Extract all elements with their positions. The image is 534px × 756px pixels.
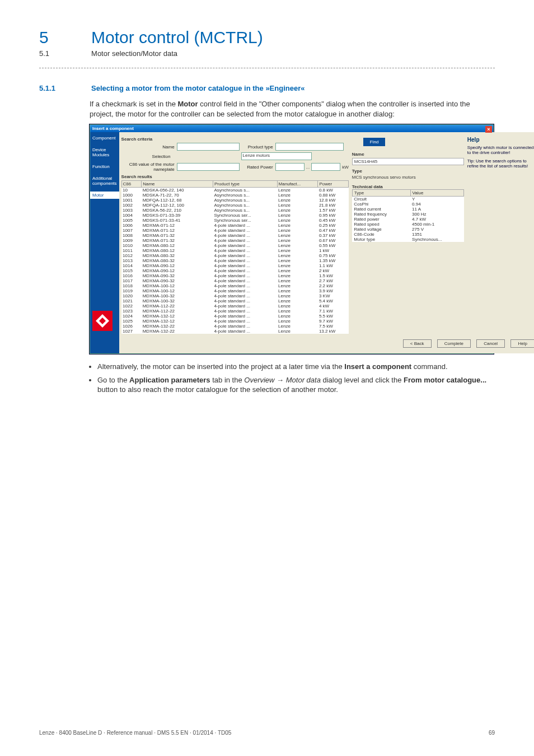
table-row[interactable]: 1001MDFQA-112-12, 68Asynchronous s...Len… xyxy=(121,198,348,203)
table-row[interactable]: 1019MDXMA-100-124-pole standard ...Lenze… xyxy=(121,288,348,293)
footer-text: Lenze · 8400 BaseLine D · Reference manu… xyxy=(39,730,231,736)
name-input[interactable] xyxy=(177,143,240,151)
table-row[interactable]: 1026MDXMA-132-224-pole standard ...Lenze… xyxy=(121,324,348,329)
table-row[interactable]: 1016MDXMA-090-324-pole standard ...Lenze… xyxy=(121,273,348,278)
table-row[interactable]: 1018MDXMA-100-124-pole standard ...Lenze… xyxy=(121,283,348,288)
tech-row: Motor typeSynchronous... xyxy=(352,237,463,242)
dialog-screenshot: Insert a component × Component Device Mo… xyxy=(90,124,494,354)
dialog-titlebar: Insert a component × xyxy=(90,125,493,132)
tech-row: Rated power4.7 kW xyxy=(352,217,463,222)
results-table[interactable]: C86NameProduct typeManufact...Power10MDS… xyxy=(121,180,349,334)
lenze-logo-icon xyxy=(92,311,113,331)
rated-power-unit: kW xyxy=(340,165,349,170)
tech-row: Rated speed4500 min-1 xyxy=(352,222,463,227)
table-row[interactable]: 1025MDXMA-132-124-pole standard ...Lenze… xyxy=(121,319,348,324)
table-row[interactable]: 10MDSKA-056-22, 140Asynchronous s...Lenz… xyxy=(121,188,348,193)
table-row[interactable]: 1021MDXMA-100-324-pole standard ...Lenze… xyxy=(121,298,348,304)
table-header[interactable]: Manufact... xyxy=(277,181,318,188)
tech-row: Rated frequency300 Hz xyxy=(352,212,463,217)
table-row[interactable]: 1015MDXMA-090-124-pole standard ...Lenze… xyxy=(121,268,348,273)
table-row[interactable]: 1014MDXMA-090-124-pole standard ...Lenze… xyxy=(121,263,348,268)
dialog-sidebar: Component Device Modules Function Additi… xyxy=(90,132,119,353)
table-row[interactable]: 1022MDXMA-112-224-pole standard ...Lenze… xyxy=(121,304,348,309)
sidebar-item-additional[interactable]: Additional components xyxy=(92,176,117,186)
table-row[interactable]: 1013MDXMA-080-324-pole standard ...Lenze… xyxy=(121,258,348,263)
notes-list: Alternatively, the motor can be inserted… xyxy=(90,362,495,395)
rated-power-min[interactable] xyxy=(275,163,305,171)
help-button[interactable]: Help xyxy=(510,339,534,348)
subsection-title: Selecting a motor from the motor catalog… xyxy=(91,84,305,92)
c86-input[interactable] xyxy=(177,163,240,171)
divider xyxy=(39,68,495,68)
help-text-1: Specify which motor is connected to the … xyxy=(467,145,534,155)
tech-row: CosPhi0.94 xyxy=(352,202,463,207)
table-header[interactable]: C86 xyxy=(121,181,142,188)
help-panel: Help Specify which motor is connected to… xyxy=(464,134,534,334)
sidebar-item-device-modules[interactable]: Device Modules xyxy=(92,147,117,157)
page-number: 69 xyxy=(489,730,495,736)
section-number: 5.1 xyxy=(39,49,90,58)
note-2: Go to the Application parameters tab in … xyxy=(97,375,495,395)
table-row[interactable]: 1008MDXMA-071-324-pole standard ...Lenze… xyxy=(121,233,348,238)
tech-data-table: TypeValueCircuitYCosPhi0.94Rated current… xyxy=(352,189,464,242)
table-row[interactable]: 1007MDXMA-071-124-pole standard ...Lenze… xyxy=(121,228,348,233)
table-row[interactable]: 1000MDSKA-71-22, 70Asynchronous s...Lenz… xyxy=(121,193,348,198)
table-row[interactable]: 1006MDXMA-071-124-pole standard ...Lenze… xyxy=(121,223,348,228)
table-header[interactable]: Power xyxy=(318,181,348,188)
help-text-2: Tip: Use the search options to refine th… xyxy=(467,158,534,169)
product-type-label: Product type xyxy=(240,144,275,150)
sidebar-item-motor[interactable]: Motor xyxy=(90,192,119,199)
name-label: Name xyxy=(121,144,177,150)
note-1: Alternatively, the motor can be inserted… xyxy=(97,362,495,372)
table-row[interactable]: 1010MDXMA-080-124-pole standard ...Lenze… xyxy=(121,243,348,248)
back-button[interactable]: < Back xyxy=(403,339,432,348)
table-header[interactable]: Product type xyxy=(213,181,277,188)
complete-button[interactable]: Complete xyxy=(437,339,471,348)
table-row[interactable]: 1005MDSKS-071-33-41Synchronous ser...Len… xyxy=(121,218,348,223)
section-title: Motor selection/Motor data xyxy=(91,49,177,58)
table-row[interactable]: 1009MDXMA-071-324-pole standard ...Lenze… xyxy=(121,238,348,243)
chapter-number: 5 xyxy=(39,28,90,47)
search-results-label: Search results xyxy=(121,174,349,179)
table-row[interactable]: 1020MDXMA-100-324-pole standard ...Lenze… xyxy=(121,293,348,298)
info-name-value: MCS14H45 xyxy=(352,158,464,165)
info-type-label: Type xyxy=(352,169,362,174)
find-button[interactable]: Find xyxy=(363,138,386,146)
c86-label: C86 value of the motor nameplate xyxy=(121,162,177,172)
table-row[interactable]: 1017MDXMA-090-324-pole standard ...Lenze… xyxy=(121,278,348,283)
cancel-button[interactable]: Cancel xyxy=(476,339,505,348)
info-name-label: Name xyxy=(352,152,364,157)
help-title: Help xyxy=(467,137,480,143)
tech-row: Rated voltage275 V xyxy=(352,227,463,232)
table-row[interactable]: 1002MDFQA-112-12, 100Asynchronous s...Le… xyxy=(121,203,348,208)
tech-row: C86-Code1351 xyxy=(352,232,463,237)
tech-row: Rated current11 A xyxy=(352,207,463,212)
table-row[interactable]: 1003MDSKA-56-22, 210Asynchronous s...Len… xyxy=(121,208,348,213)
info-type-value: MCS synchronous servo motors xyxy=(352,175,464,180)
rated-power-dots: ... xyxy=(305,165,312,170)
sidebar-item-component[interactable]: Component xyxy=(92,136,117,141)
sidebar-item-function[interactable]: Function xyxy=(92,164,117,169)
chapter-title: Motor control (MCTRL) xyxy=(91,28,263,47)
selection-label: Selection xyxy=(121,154,241,159)
table-row[interactable]: 1004MDSKS-071-33-39Synchronous ser...Len… xyxy=(121,213,348,218)
intro-text: If a checkmark is set in the Motor contr… xyxy=(90,99,495,119)
table-header[interactable]: Name xyxy=(142,181,213,188)
rated-power-label: Rated Power xyxy=(240,165,275,170)
search-criteria-label: Search criteria xyxy=(121,137,349,142)
tech-row: CircuitY xyxy=(352,197,463,202)
rated-power-max[interactable] xyxy=(311,163,340,171)
table-row[interactable]: 1023MDXMA-112-224-pole standard ...Lenze… xyxy=(121,309,348,314)
table-row[interactable]: 1012MDXMA-080-324-pole standard ...Lenze… xyxy=(121,253,348,258)
table-row[interactable]: 1027MDXMA-132-224-pole standard ...Lenze… xyxy=(121,329,348,334)
subsection-number: 5.1.1 xyxy=(39,84,90,92)
table-row[interactable]: 1024MDXMA-132-124-pole standard ...Lenze… xyxy=(121,314,348,319)
table-row[interactable]: 1011MDXMA-080-124-pole standard ...Lenze… xyxy=(121,248,348,253)
dialog-title-text: Insert a component xyxy=(92,126,134,131)
selection-select[interactable]: Lenze motors xyxy=(241,152,312,160)
tech-data-label: Technical data xyxy=(352,184,383,189)
close-icon[interactable]: × xyxy=(485,126,492,133)
product-type-select[interactable] xyxy=(275,143,344,151)
